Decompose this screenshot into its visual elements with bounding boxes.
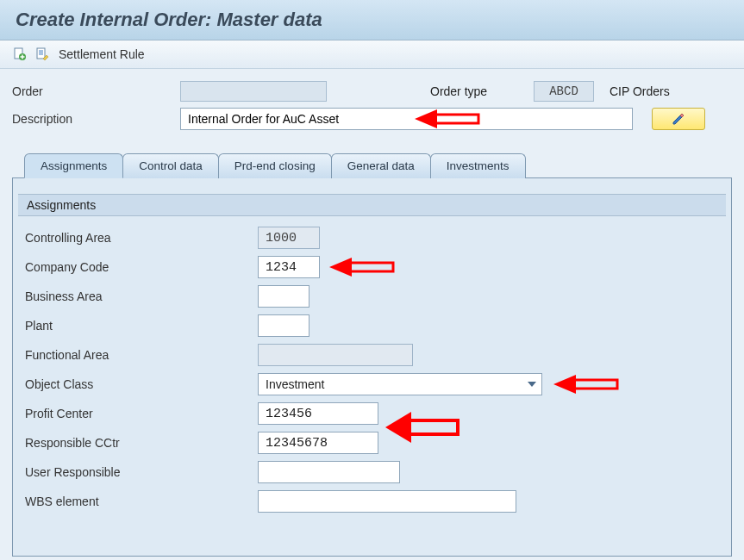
annotation-arrow-icon [328, 255, 397, 279]
header-fields: Order Order type ABCD CIP Orders Descrip… [0, 69, 744, 138]
responsible-cctr-label: Responsible CCtr [25, 436, 258, 450]
order-type-label: Order type [430, 84, 534, 98]
description-label: Description [12, 112, 180, 126]
object-class-dropdown[interactable]: Investment [258, 373, 542, 395]
plant-input[interactable] [258, 314, 309, 337]
object-class-label: Object Class [25, 377, 258, 391]
tab-general-data[interactable]: General data [331, 153, 431, 178]
plant-label: Plant [25, 319, 258, 333]
tab-prd-end-closing[interactable]: Prd-end closing [218, 153, 332, 178]
group-title-assignments: Assignments [18, 194, 726, 216]
wbs-element-input[interactable] [258, 490, 516, 513]
user-responsible-label: User Responsible [25, 465, 258, 479]
order-type-value: ABCD [534, 81, 594, 102]
user-responsible-input[interactable] [258, 461, 400, 483]
cip-orders-label: CIP Orders [610, 84, 670, 98]
wbs-element-label: WBS element [25, 495, 258, 508]
annotation-arrow-icon [552, 372, 621, 396]
functional-area-input [258, 344, 413, 366]
profit-center-label: Profit Center [25, 407, 258, 420]
create-document-icon[interactable] [12, 47, 28, 62]
edit-document-icon[interactable] [34, 47, 50, 62]
svg-marker-8 [553, 375, 576, 394]
order-input [180, 81, 327, 102]
order-label: Order [12, 84, 180, 98]
business-area-input[interactable] [258, 285, 309, 308]
tab-investments[interactable]: Investments [430, 153, 526, 178]
title-bar: Create Internal Order: Master data [0, 0, 744, 40]
svg-rect-5 [350, 263, 393, 271]
controlling-area-input [258, 227, 320, 249]
tab-control-data[interactable]: Control data [122, 153, 219, 178]
description-input[interactable] [180, 108, 633, 130]
page-title: Create Internal Order: Master data [16, 9, 728, 31]
tab-panel-assignments: Assignments Controlling Area Company Cod… [12, 177, 732, 557]
object-class-value: Investment [266, 377, 324, 391]
responsible-cctr-input[interactable] [258, 432, 378, 454]
pencil-icon [672, 112, 685, 126]
controlling-area-label: Controlling Area [25, 231, 258, 245]
settlement-rule-button[interactable]: Settlement Rule [59, 47, 145, 61]
tabstrip: Assignments Control data Prd-end closing… [24, 153, 732, 178]
tabs-container: Assignments Control data Prd-end closing… [0, 138, 744, 557]
chevron-down-icon [528, 382, 536, 387]
svg-marker-6 [329, 258, 352, 277]
functional-area-label: Functional Area [25, 348, 258, 362]
company-code-input[interactable] [258, 256, 320, 278]
company-code-label: Company Code [25, 260, 258, 274]
toolbar: Settlement Rule [0, 40, 744, 69]
business-area-label: Business Area [25, 289, 258, 303]
long-text-button[interactable] [652, 108, 705, 130]
profit-center-input[interactable] [258, 402, 378, 425]
tab-assignments[interactable]: Assignments [24, 153, 123, 178]
svg-rect-2 [37, 48, 45, 59]
svg-rect-7 [574, 380, 617, 389]
